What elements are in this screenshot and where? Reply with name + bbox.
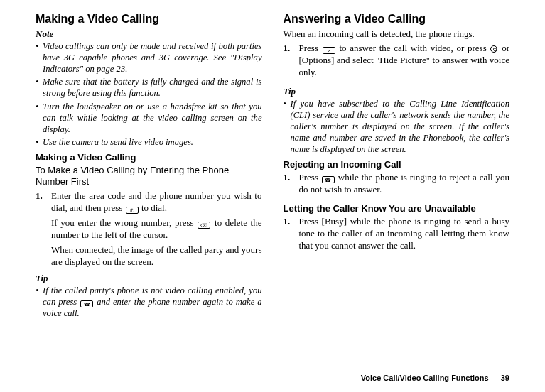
step-1: 1. Enter the area code and the phone num… — [36, 190, 262, 271]
step-text: to dial. — [139, 202, 167, 213]
step-text: When connected, the image of the called … — [51, 244, 262, 268]
step-text: If you enter the wrong number, press — [51, 217, 197, 228]
heading-rejecting-call: Rejecting an Incoming Call — [284, 159, 510, 170]
video-call-key-icon: ✆ — [126, 207, 139, 214]
step-body: Press ☎ while the phone is ringing to re… — [299, 172, 510, 199]
heading-answering-video-calling: Answering a Video Calling — [284, 13, 510, 26]
step-text: to answer the call with video, or press — [336, 43, 490, 53]
heading-making-video-calling: Making a Video Calling — [36, 13, 262, 26]
note-item: Make sure that the battery is fully char… — [36, 76, 262, 99]
heading-letting-caller-know: Letting the Caller Know You are Unavaila… — [284, 203, 510, 214]
step-number: 1. — [36, 190, 45, 271]
tip-item: If the called party's phone is not video… — [36, 285, 262, 319]
subheading-making-video-calling: Making a Video Calling — [36, 152, 262, 163]
note-list: Video callings can only be made and rece… — [36, 40, 262, 148]
step-text: Press [Busy] while the phone is ringing … — [299, 216, 510, 252]
page-content: Making a Video Calling Note Video callin… — [0, 0, 545, 342]
reject-step-1: 1. Press ☎ while the phone is ringing to… — [284, 172, 510, 199]
right-column: Answering a Video Calling When an incomi… — [284, 13, 510, 320]
step-body: Press ↗ to answer the call with video, o… — [299, 43, 510, 82]
note-item: Use the camera to send live video images… — [36, 136, 262, 148]
footer-title: Voice Call/Video Calling Functions — [361, 374, 489, 382]
step-number: 1. — [284, 172, 293, 199]
step-text: while the phone is ringing to reject a c… — [299, 172, 510, 195]
left-column: Making a Video Calling Note Video callin… — [36, 13, 262, 320]
send-key-icon: ↗ — [323, 47, 335, 54]
step-body: Press [Busy] while the phone is ringing … — [299, 216, 510, 255]
center-key-icon — [490, 45, 497, 53]
step-text: Press — [299, 172, 321, 183]
note-item: Turn the loudspeaker on or use a handsfr… — [36, 101, 262, 135]
procedure-title: To Make a Video Calling by Entering the … — [36, 165, 262, 188]
page-footer: Voice Call/Video Calling Functions 39 — [361, 374, 509, 382]
note-label: Note — [36, 28, 262, 40]
step-text: Press — [299, 43, 322, 53]
tip-label: Tip — [284, 86, 510, 97]
end-key-icon: ☎ — [80, 300, 93, 307]
clear-key-icon: ⌫ — [198, 222, 210, 229]
tip-list: If the called party's phone is not video… — [36, 285, 262, 319]
page-number: 39 — [501, 374, 509, 382]
step-number: 1. — [284, 216, 293, 255]
end-key-icon: ☎ — [322, 176, 335, 183]
note-item: Video callings can only be made and rece… — [36, 40, 262, 75]
tip-list: If you have subscribed to the Calling Li… — [284, 98, 510, 156]
answer-step-1: 1. Press ↗ to answer the call with video… — [284, 43, 510, 82]
tip-label: Tip — [36, 273, 262, 284]
unavailable-step-1: 1. Press [Busy] while the phone is ringi… — [284, 216, 510, 255]
tip-item: If you have subscribed to the Calling Li… — [284, 98, 510, 156]
step-body: Enter the area code and the phone number… — [51, 190, 262, 271]
step-number: 1. — [284, 43, 293, 82]
intro-text: When an incoming call is detected, the p… — [284, 28, 510, 40]
